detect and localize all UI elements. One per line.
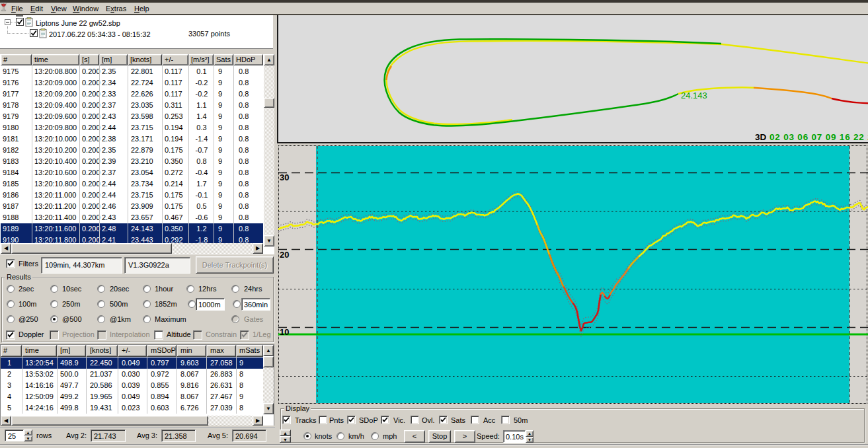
svg-text:3D: 3D [755,132,767,141]
svg-text:30: 30 [280,172,289,182]
svg-text:10: 10 [280,327,289,337]
svg-text:02 03 06 07 09 16 22 2: 02 03 06 07 09 16 22 2 [769,132,868,141]
svg-text:20: 20 [280,250,289,260]
svg-text:24.143: 24.143 [681,91,707,100]
